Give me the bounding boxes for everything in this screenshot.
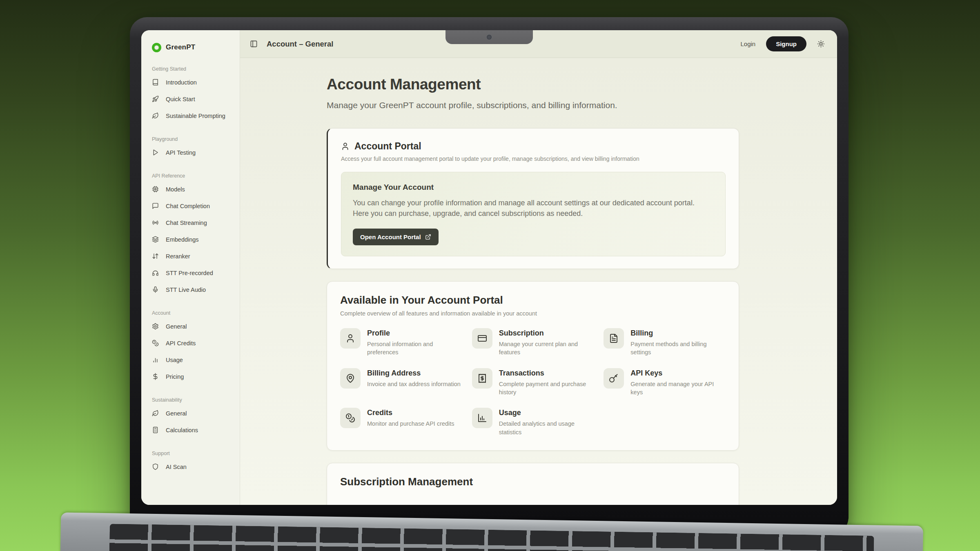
leaf-icon <box>152 112 159 119</box>
features-grid: Profile Personal information and prefere… <box>340 328 726 436</box>
section-label: Support <box>152 449 235 458</box>
sidebar-item-pricing[interactable]: Pricing <box>152 368 235 385</box>
headphones-icon <box>152 269 159 276</box>
feature-description: Personal information and preferences <box>367 340 462 357</box>
sidebar-item-label: AI Scan <box>166 464 187 470</box>
sidebar-item-chat-streaming[interactable]: Chat Streaming <box>152 214 235 231</box>
top-bar: Account – General Login Signup <box>240 30 837 58</box>
sidebar-item-label: Embeddings <box>166 236 199 243</box>
page-subtitle: Manage your GreenPT account profile, sub… <box>327 100 739 110</box>
feature-credits: Credits Monitor and purchase API credits <box>340 408 462 436</box>
sidebar-item-label: STT Live Audio <box>166 287 206 293</box>
document-icon <box>609 333 619 343</box>
sidebar-item-stt-live-audio[interactable]: STT Live Audio <box>152 281 235 298</box>
subscription-management-title: Subscription Management <box>340 475 726 488</box>
sidebar-item-sustainability-general[interactable]: General <box>152 405 235 422</box>
sidebar-section-account: Account General API Credits Usage <box>152 308 235 385</box>
account-portal-description: Access your full account management port… <box>341 156 726 162</box>
manage-account-title: Manage Your Account <box>353 183 714 192</box>
laptop-keyboard <box>109 524 874 551</box>
feature-description: Generate and manage your API keys <box>630 380 726 397</box>
section-label: Playground <box>152 134 235 144</box>
feature-title: Transactions <box>499 369 594 378</box>
feature-title: Profile <box>367 329 462 338</box>
sun-icon[interactable] <box>817 40 825 48</box>
bar-chart-icon <box>152 356 159 363</box>
feature-title: Billing <box>630 329 726 338</box>
sidebar-item-usage[interactable]: Usage <box>152 351 235 368</box>
sidebar-item-label: API Credits <box>166 340 196 347</box>
features-card: Available in Your Account Portal Complet… <box>327 281 739 451</box>
sidebar-item-embeddings[interactable]: Embeddings <box>152 231 235 248</box>
feature-transactions: Transactions Complete payment and purcha… <box>472 368 594 397</box>
sidebar-item-stt-pre-recorded[interactable]: STT Pre-recorded <box>152 264 235 281</box>
section-label: Sustainability <box>152 395 235 405</box>
feature-description: Monitor and purchase API credits <box>367 420 454 428</box>
page-breadcrumb-title: Account – General <box>267 40 333 49</box>
microphone-icon <box>152 286 159 293</box>
coins-icon <box>345 413 355 423</box>
sidebar-section-sustainability: Sustainability General Calculations <box>152 395 235 438</box>
feature-title: Subscription <box>499 329 594 338</box>
sidebar-item-calculations[interactable]: Calculations <box>152 422 235 438</box>
sidebar-item-label: STT Pre-recorded <box>166 270 213 276</box>
brand-logo[interactable]: GreenPT <box>152 41 235 54</box>
feature-subscription: Subscription Manage your current plan an… <box>472 328 594 357</box>
account-portal-title: Account Portal <box>354 141 421 152</box>
sidebar-item-chat-completion[interactable]: Chat Completion <box>152 198 235 214</box>
section-label: Getting Started <box>152 64 235 74</box>
layers-icon <box>152 236 159 243</box>
features-card-subtitle: Complete overview of all features and in… <box>340 310 726 317</box>
sidebar-item-api-testing[interactable]: API Testing <box>152 144 235 161</box>
feature-title: Usage <box>499 409 594 417</box>
receipt-icon <box>477 373 487 383</box>
feature-title: API Keys <box>630 369 726 378</box>
feature-api-keys: API Keys Generate and manage your API ke… <box>604 368 726 397</box>
sidebar-item-label: Calculations <box>166 427 198 433</box>
leaf-icon <box>152 410 159 417</box>
credit-card-icon <box>477 333 487 343</box>
feature-billing-address: Billing Address Invoice and tax address … <box>340 368 462 397</box>
sidebar-item-label: General <box>166 410 187 417</box>
coins-icon <box>152 340 159 347</box>
sidebar: GreenPT Getting Started Introduction Qui… <box>141 30 240 505</box>
laptop-screen: GreenPT Getting Started Introduction Qui… <box>141 30 837 505</box>
page-content: Account Management Manage your GreenPT a… <box>240 58 837 505</box>
sidebar-item-label: Chat Completion <box>166 203 210 209</box>
feature-title: Billing Address <box>367 369 461 378</box>
open-account-portal-button[interactable]: Open Account Portal <box>353 229 439 245</box>
sidebar-item-api-credits[interactable]: API Credits <box>152 335 235 351</box>
sidebar-section-playground: Playground API Testing <box>152 134 235 161</box>
brand-name: GreenPT <box>166 43 195 51</box>
laptop-frame: GreenPT Getting Started Introduction Qui… <box>130 17 849 535</box>
account-portal-card: Account Portal Access your full account … <box>327 128 739 269</box>
page-title: Account Management <box>327 76 739 93</box>
cpu-icon <box>152 186 159 193</box>
arrow-up-down-icon <box>152 253 159 260</box>
features-card-title: Available in Your Account Portal <box>340 294 726 307</box>
sidebar-item-label: Usage <box>166 357 183 363</box>
external-link-icon <box>425 234 431 240</box>
desktop-background: GreenPT Getting Started Introduction Qui… <box>0 0 980 551</box>
login-link[interactable]: Login <box>740 40 755 47</box>
sidebar-section-api-reference: API Reference Models Chat Completion Cha… <box>152 171 235 298</box>
sidebar-item-reranker[interactable]: Reranker <box>152 248 235 264</box>
sidebar-item-quick-start[interactable]: Quick Start <box>152 91 235 107</box>
sidebar-item-introduction[interactable]: Introduction <box>152 74 235 91</box>
sidebar-item-account-general[interactable]: General <box>152 318 235 335</box>
sidebar-item-ai-scan[interactable]: AI Scan <box>152 458 235 475</box>
account-portal-header: Account Portal <box>341 141 726 152</box>
open-account-portal-label: Open Account Portal <box>360 233 421 240</box>
feature-description: Invoice and tax address information <box>367 380 461 388</box>
signup-button[interactable]: Signup <box>766 36 806 51</box>
panel-left-icon[interactable] <box>250 40 258 48</box>
sidebar-item-label: Chat Streaming <box>166 220 207 226</box>
feature-billing: Billing Payment methods and billing sett… <box>604 328 726 357</box>
sidebar-item-label: API Testing <box>166 149 196 156</box>
main-column: Account – General Login Signup Account M… <box>240 30 837 505</box>
manage-account-body: You can change your profile information … <box>353 198 712 219</box>
shield-icon <box>152 463 159 470</box>
feature-usage: Usage Detailed analytics and usage stati… <box>472 408 594 436</box>
sidebar-item-models[interactable]: Models <box>152 181 235 198</box>
sidebar-item-sustainable-prompting[interactable]: Sustainable Prompting <box>152 107 235 124</box>
